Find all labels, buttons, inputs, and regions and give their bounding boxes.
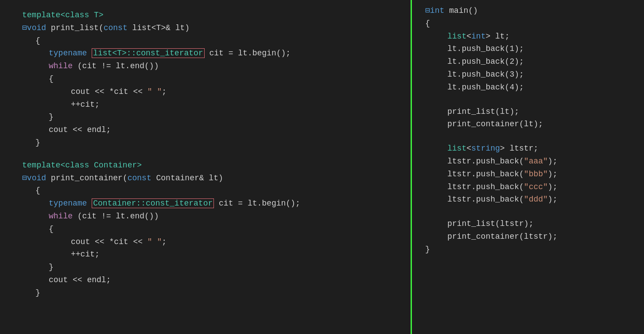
line: }	[425, 243, 644, 256]
line: typename Container::const_iterator cit =…	[22, 197, 411, 210]
line: lt.push_back(2);	[425, 55, 644, 68]
line: {	[22, 184, 411, 197]
editor-container: template<class T> ⊟void print_list(const…	[0, 0, 644, 334]
block1-section: template<class T> ⊟void print_list(const…	[22, 9, 411, 149]
line: }	[22, 287, 411, 299]
left-code: template<class T> ⊟void print_list(const…	[0, 4, 411, 299]
line: ltstr.push_back("ddd");	[425, 193, 644, 206]
line: lt.push_back(1);	[425, 43, 644, 55]
line: cout << endl;	[22, 124, 411, 136]
line: while (cit != lt.end())	[22, 210, 411, 223]
left-panel: template<class T> ⊟void print_list(const…	[0, 0, 412, 334]
line: list<string> ltstr;	[425, 142, 644, 155]
line: while (cit != lt.end())	[22, 60, 411, 73]
line: }	[22, 261, 411, 274]
line: {	[22, 223, 411, 236]
empty-line	[425, 131, 644, 142]
line: template<class Container>	[22, 159, 411, 172]
line: lt.push_back(3);	[425, 68, 644, 81]
line: typename list<T>::const_iterator cit = l…	[22, 47, 411, 60]
block2-section: template<class Container> ⊟void print_co…	[22, 159, 411, 299]
line: cout << endl;	[22, 274, 411, 287]
line: {	[425, 17, 644, 30]
line: ++cit;	[22, 248, 411, 261]
line: ltstr.push_back("ccc");	[425, 181, 644, 194]
line: ltstr.push_back("aaa");	[425, 155, 644, 168]
line: cout << *cit << " ";	[22, 236, 411, 249]
right-panel: ⊟int main() { list<int> lt; lt.push_back…	[412, 0, 644, 334]
empty-line	[425, 94, 644, 105]
line: {	[22, 35, 411, 47]
line: }	[22, 111, 411, 124]
line: list<int> lt;	[425, 30, 644, 43]
line: ⊟int main()	[425, 4, 644, 17]
line: print_container(lt);	[425, 118, 644, 131]
section-gap	[22, 149, 411, 159]
line: print_list(ltstr);	[425, 217, 644, 230]
empty-line	[425, 206, 644, 217]
line: lt.push_back(4);	[425, 81, 644, 94]
line: ⊟void print_list(const list<T>& lt)	[22, 22, 411, 35]
line: }	[22, 136, 411, 149]
line: ltstr.push_back("bbb");	[425, 168, 644, 181]
line: ++cit;	[22, 98, 411, 111]
line: template<class T>	[22, 9, 411, 22]
line: {	[22, 73, 411, 85]
line: print_list(lt);	[425, 105, 644, 118]
line: cout << *cit << " ";	[22, 85, 411, 98]
line: ⊟void print_container(const Container& l…	[22, 172, 411, 185]
line: print_container(ltstr);	[425, 230, 644, 243]
